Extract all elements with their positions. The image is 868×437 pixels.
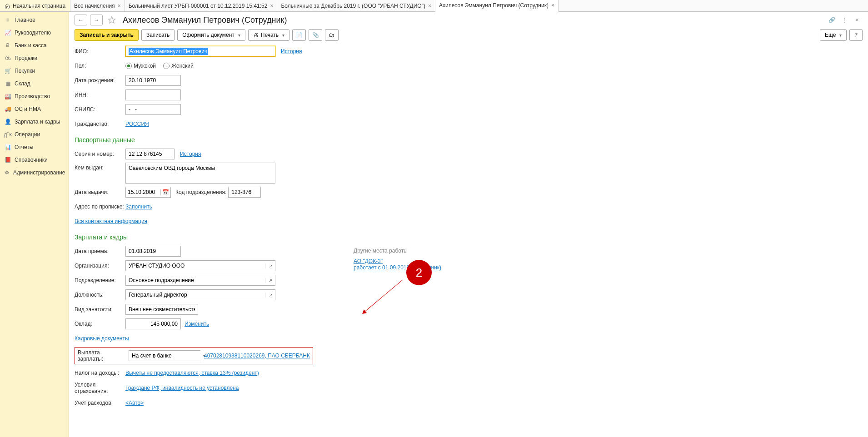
sidebar-item-operations[interactable]: дᵀкОперации — [0, 128, 69, 141]
open-icon[interactable]: ↗ — [265, 293, 275, 298]
pay-method-dropdown[interactable]: ▾ — [129, 350, 200, 361]
calendar-icon[interactable]: 📅 — [160, 189, 170, 195]
star-icon[interactable] — [105, 15, 118, 25]
sidebar-item-main[interactable]: ≡Главное — [0, 14, 69, 26]
sb-label: Банк и касса — [15, 42, 47, 49]
link-icon[interactable]: 🔗 — [826, 15, 837, 25]
other-work-org-link[interactable]: АО "ДОК-3" — [354, 258, 383, 264]
history-link[interactable]: История — [281, 48, 302, 55]
radio-male[interactable]: Мужской — [125, 63, 156, 69]
tax-link[interactable]: Вычеты не предоставляются, ставка 13% (р… — [125, 370, 259, 376]
print-button[interactable]: 🖨 Печать — [248, 29, 289, 41]
label-expenses: Учет расходов: — [75, 400, 125, 406]
boxes-icon: ▦ — [5, 80, 11, 87]
close-icon[interactable]: × — [428, 3, 431, 9]
label-issue-date: Дата выдачи: — [75, 189, 125, 195]
dept-input[interactable] — [126, 275, 265, 285]
tab-label: Больничный лист УРБП-000001 от 10.12.201… — [129, 3, 268, 9]
sidebar-item-admin[interactable]: ⚙Администрирование — [0, 166, 69, 179]
series-input[interactable] — [125, 149, 175, 159]
sidebar-item-sales[interactable]: 🛍Продажи — [0, 52, 69, 65]
tab-0[interactable]: Все начисления × — [70, 0, 125, 11]
sidebar-item-warehouse[interactable]: ▦Склад — [0, 77, 69, 90]
form: ФИО: Ахилесов Эммануил Петрович История … — [75, 45, 863, 409]
save-button[interactable]: Записать — [141, 29, 175, 41]
sidebar-item-manager[interactable]: 📈Руководителю — [0, 26, 69, 39]
open-icon[interactable]: ↗ — [265, 263, 275, 268]
position-lookup[interactable]: ↗ — [125, 289, 275, 300]
close-icon[interactable]: × — [118, 3, 121, 9]
more-icon[interactable]: ⋮ — [839, 15, 850, 25]
nav-forward-button[interactable]: → — [90, 15, 103, 25]
snils-input[interactable] — [125, 104, 181, 115]
sb-label: Продажи — [15, 55, 37, 61]
label-snils: СНИЛС: — [75, 106, 125, 113]
card-icon-button[interactable]: 🗂 — [325, 29, 339, 41]
more-button[interactable]: Еще — [820, 29, 847, 41]
sb-label: Покупки — [15, 68, 35, 74]
print-label: Печать — [261, 32, 279, 38]
org-input[interactable] — [126, 261, 265, 271]
sidebar-item-production[interactable]: 🏭Производство — [0, 90, 69, 103]
save-close-button[interactable]: Записать и закрыть — [75, 29, 139, 41]
issue-date-field[interactable]: 📅 — [125, 187, 171, 198]
tab-2[interactable]: Больничные за Декабрь 2019 г. (ООО "УРБА… — [277, 0, 435, 11]
citizenship-link[interactable]: РОССИЯ — [125, 121, 149, 127]
sidebar-item-bank[interactable]: ₽Банк и касса — [0, 39, 69, 52]
history-link-2[interactable]: История — [180, 151, 201, 157]
all-contacts-link[interactable]: Вся контактная информация — [75, 218, 147, 224]
salary-input[interactable] — [125, 318, 181, 329]
factory-icon: 🏭 — [5, 93, 11, 99]
help-button[interactable]: ? — [849, 29, 863, 41]
hr-docs-link[interactable]: Кадровые документы — [75, 335, 129, 342]
close-icon[interactable]: × — [852, 15, 863, 25]
sidebar-item-purchases[interactable]: 🛒Покупки — [0, 65, 69, 77]
open-icon[interactable]: ↗ — [265, 278, 275, 283]
dept-code-input[interactable] — [228, 187, 261, 198]
issued-by-input[interactable] — [125, 163, 275, 184]
section-passport: Паспортные данные — [75, 136, 863, 144]
fill-link[interactable]: Заполнить — [125, 204, 152, 210]
position-input[interactable] — [126, 290, 265, 300]
label-salary: Оклад: — [75, 321, 125, 327]
cart-icon: 🛒 — [5, 68, 11, 74]
tab-home[interactable]: Начальная страница — [0, 0, 70, 11]
fio-input[interactable]: Ахилесов Эммануил Петрович — [125, 46, 275, 57]
inn-input[interactable] — [125, 89, 181, 100]
emp-type-input[interactable] — [125, 304, 198, 315]
expenses-link[interactable]: <Авто> — [125, 400, 144, 406]
radio-female[interactable]: Женский — [163, 63, 194, 69]
bank-account-link[interactable]: 40702810938110020269, ПАО СБЕРБАНК — [204, 353, 310, 359]
tab-1[interactable]: Больничный лист УРБП-000001 от 10.12.201… — [125, 0, 278, 11]
org-lookup[interactable]: ↗ — [125, 260, 275, 271]
nav-back-button[interactable]: ← — [75, 15, 87, 25]
callout-badge: 2 — [406, 260, 432, 285]
tab-3[interactable]: Ахилесов Эммануил Петрович (Сотрудник) × — [435, 0, 559, 12]
sidebar-item-catalogs[interactable]: 📕Справочники — [0, 154, 69, 166]
close-icon[interactable]: × — [270, 3, 273, 9]
close-icon[interactable]: × — [551, 2, 554, 9]
sidebar-item-assets[interactable]: 🚚ОС и НМА — [0, 103, 69, 115]
insurance-link[interactable]: Граждане РФ, инвалидность не установлена — [125, 385, 239, 391]
gear-icon: ⚙ — [5, 169, 10, 176]
sb-label: Администрирование — [13, 169, 65, 176]
tab-label: Все начисления — [74, 3, 115, 9]
dept-lookup[interactable]: ↗ — [125, 275, 275, 286]
bag-icon: 🛍 — [5, 55, 11, 61]
attach-icon-button[interactable]: 📎 — [309, 29, 322, 41]
sb-label: Зарплата и кадры — [15, 119, 60, 125]
issue-date-input[interactable] — [126, 187, 160, 197]
hire-date-input[interactable] — [125, 246, 181, 257]
home-icon — [5, 3, 10, 9]
change-link[interactable]: Изменить — [185, 321, 209, 327]
sidebar-item-hr[interactable]: 👤Зарплата и кадры — [0, 115, 69, 128]
tab-home-label: Начальная страница — [13, 3, 65, 9]
section-hr: Зарплата и кадры — [75, 233, 863, 241]
pay-method-value[interactable] — [129, 351, 203, 361]
doc-icon-button[interactable]: 📄 — [292, 29, 306, 41]
label-pay-method: Выплата зарплаты: — [78, 349, 125, 362]
dob-input[interactable] — [125, 75, 181, 86]
make-document-button[interactable]: Оформить документ — [177, 29, 245, 41]
sidebar-item-reports[interactable]: 📊Отчеты — [0, 141, 69, 154]
sb-label: Производство — [15, 93, 50, 99]
